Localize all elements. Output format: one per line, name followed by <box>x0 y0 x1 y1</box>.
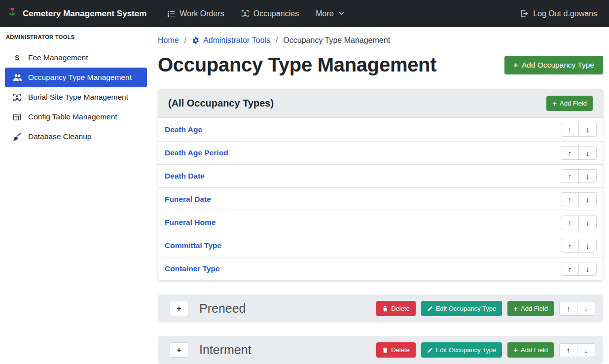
field-link-container-type[interactable]: Container Type <box>165 264 220 273</box>
arrow-down-icon: ↓ <box>584 304 588 313</box>
move-up-button[interactable]: ↑ <box>561 169 579 183</box>
arrow-up-icon: ↑ <box>567 304 571 313</box>
arrow-up-icon: ↑ <box>568 149 572 157</box>
work-orders-icon <box>167 10 175 18</box>
sidebar-item-burial-site-type-management[interactable]: Burial Site Type Management <box>5 87 147 107</box>
move-down-button[interactable]: ↓ <box>578 239 597 253</box>
move-up-button[interactable]: ↑ <box>561 192 579 206</box>
delete-label: Delete <box>391 305 410 312</box>
all-occupancy-types-card: (All Occupancy Types) + Add Field Death … <box>158 89 603 281</box>
add-field-button[interactable]: + Add Field <box>507 301 554 316</box>
move-down-button[interactable]: ↓ <box>578 216 597 229</box>
move-up-button[interactable]: ↑ <box>561 146 579 160</box>
nav-work-orders[interactable]: Work Orders <box>167 9 224 18</box>
users-icon <box>12 73 22 82</box>
breadcrumb-home-link[interactable]: Home <box>158 36 179 45</box>
field-link-funeral-home[interactable]: Funeral Home <box>165 218 215 227</box>
nav-more[interactable]: More <box>316 9 344 18</box>
field-link-death-date[interactable]: Death Date <box>165 172 205 181</box>
section-actions: Delete Edit Occupancy Type + Add Field ↑ <box>376 342 595 358</box>
field-link-funeral-date[interactable]: Funeral Date <box>165 195 211 204</box>
arrow-down-icon: ↓ <box>586 218 590 227</box>
move-up-button[interactable]: ↑ <box>561 262 579 276</box>
chevron-down-icon <box>338 10 345 17</box>
section-name: Interment <box>199 343 251 357</box>
app-brand[interactable]: Cemetery Management System <box>7 7 146 20</box>
arrow-up-icon: ↑ <box>568 242 572 250</box>
page-title: Occupancy Type Management <box>158 54 436 76</box>
pencil-icon <box>427 347 433 353</box>
sidebar-item-database-cleanup[interactable]: Database Cleanup <box>5 127 147 146</box>
logout-link[interactable]: Log Out d.gowans <box>520 9 597 18</box>
person-frame-icon <box>241 10 249 18</box>
move-down-button[interactable]: ↓ <box>578 192 597 206</box>
add-field-label: Add Field <box>521 346 548 354</box>
breadcrumb-current: Occupancy Type Management <box>283 36 390 45</box>
field-row: Death Age ↑ ↓ <box>158 118 603 141</box>
add-field-button[interactable]: + Add Field <box>546 96 593 111</box>
sidebar-item-label: Occupancy Type Management <box>28 73 132 82</box>
move-up-button[interactable]: ↑ <box>559 343 577 357</box>
move-up-button[interactable]: ↑ <box>561 216 579 229</box>
card-title: (All Occupancy Types) <box>168 98 274 109</box>
field-link-death-age-period[interactable]: Death Age Period <box>165 148 228 157</box>
sidebar-item-fee-management[interactable]: $ Fee Management <box>5 48 147 68</box>
move-up-button[interactable]: ↑ <box>561 123 579 137</box>
occupancy-type-section-preneed: + Preneed Delete <box>158 294 603 323</box>
reorder-controls: ↑ ↓ <box>559 343 595 357</box>
plus-icon: + <box>513 61 518 69</box>
edit-occupancy-type-button[interactable]: Edit Occupancy Type <box>421 342 502 358</box>
plus-icon: + <box>177 304 181 313</box>
section-actions: Delete Edit Occupancy Type + Add Field ↑ <box>376 301 595 316</box>
plus-icon: + <box>552 100 557 107</box>
move-up-button[interactable]: ↑ <box>559 302 577 316</box>
arrow-up-icon: ↑ <box>568 265 572 273</box>
move-down-button[interactable]: ↓ <box>578 123 597 137</box>
move-down-button[interactable]: ↓ <box>577 343 595 357</box>
broom-icon <box>12 133 22 141</box>
reorder-controls: ↑ ↓ <box>561 262 597 276</box>
move-down-button[interactable]: ↓ <box>578 146 597 160</box>
edit-occupancy-type-button[interactable]: Edit Occupancy Type <box>421 301 502 316</box>
sidebar-item-label: Fee Management <box>28 53 88 62</box>
move-down-button[interactable]: ↓ <box>577 302 595 316</box>
delete-label: Delete <box>391 346 410 354</box>
add-field-label: Add Field <box>521 305 548 312</box>
arrow-up-icon: ↑ <box>568 195 572 204</box>
gear-icon <box>192 36 200 44</box>
nav-more-label: More <box>316 9 333 18</box>
arrow-up-icon: ↑ <box>568 125 572 134</box>
sidebar-item-label: Burial Site Type Management <box>28 93 128 102</box>
move-up-button[interactable]: ↑ <box>561 239 579 253</box>
logout-label: Log Out d.gowans <box>533 9 597 18</box>
arrow-up-icon: ↑ <box>567 346 571 354</box>
add-field-button[interactable]: + Add Field <box>507 342 554 358</box>
arrow-down-icon: ↓ <box>586 172 590 181</box>
field-row: Committal Type ↑ ↓ <box>158 234 603 257</box>
sidebar-item-label: Database Cleanup <box>28 132 91 141</box>
sidebar-item-config-table-management[interactable]: Config Table Management <box>5 107 147 127</box>
move-down-button[interactable]: ↓ <box>578 169 597 183</box>
arrow-down-icon: ↓ <box>586 195 590 204</box>
move-down-button[interactable]: ↓ <box>578 262 597 276</box>
add-occupancy-type-label: Add Occupancy Type <box>522 61 594 70</box>
nav-occupancies[interactable]: Occupancies <box>241 9 299 18</box>
plus-icon: + <box>513 346 518 354</box>
main-content: Home / Administrator Tools / Occupancy T… <box>153 27 609 364</box>
trash-icon <box>382 306 388 312</box>
field-link-death-age[interactable]: Death Age <box>165 125 202 134</box>
field-link-committal-type[interactable]: Committal Type <box>165 241 221 250</box>
breadcrumb-admin-tools-link[interactable]: Administrator Tools <box>192 36 270 45</box>
flower-logo-icon <box>7 7 18 20</box>
delete-button[interactable]: Delete <box>376 342 416 358</box>
expand-section-button[interactable]: + <box>170 342 188 358</box>
reorder-controls: ↑ ↓ <box>559 302 595 316</box>
expand-section-button[interactable]: + <box>170 301 188 316</box>
person-frame-icon <box>12 93 22 102</box>
all-occupancy-types-header: (All Occupancy Types) + Add Field <box>158 89 603 118</box>
sidebar-item-occupancy-type-management[interactable]: Occupancy Type Management <box>5 68 147 87</box>
add-occupancy-type-button[interactable]: + Add Occupancy Type <box>504 56 603 74</box>
field-row: Funeral Date ↑ ↓ <box>158 187 603 211</box>
delete-button[interactable]: Delete <box>376 301 416 316</box>
table-icon <box>12 113 22 121</box>
